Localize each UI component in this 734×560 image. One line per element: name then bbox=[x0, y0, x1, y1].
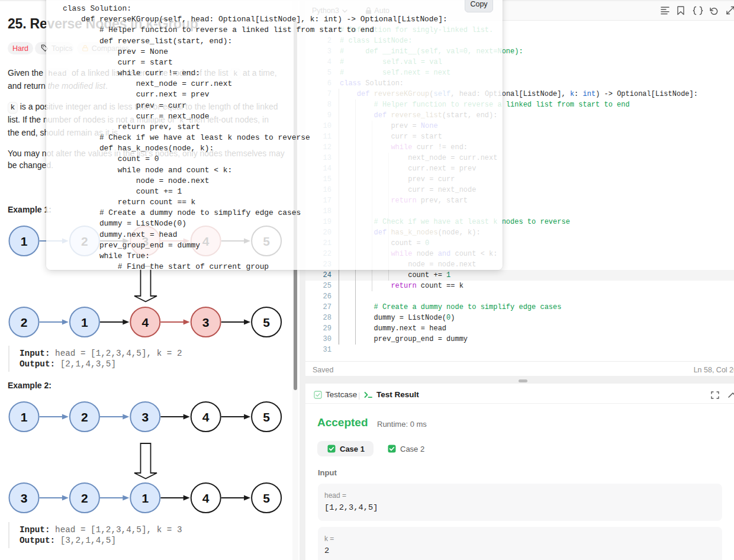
svg-text:2: 2 bbox=[81, 410, 88, 424]
svg-text:3: 3 bbox=[202, 316, 210, 329]
svg-text:1: 1 bbox=[141, 491, 149, 505]
svg-text:1: 1 bbox=[21, 410, 28, 424]
svg-text:3: 3 bbox=[21, 491, 28, 505]
svg-text:5: 5 bbox=[263, 410, 270, 424]
svg-text:1: 1 bbox=[81, 316, 88, 329]
svg-text:4: 4 bbox=[141, 316, 149, 329]
svg-text:2: 2 bbox=[21, 316, 28, 329]
svg-text:2: 2 bbox=[81, 491, 88, 505]
svg-text:1: 1 bbox=[21, 234, 28, 248]
svg-text:5: 5 bbox=[263, 316, 270, 329]
svg-text:3: 3 bbox=[141, 410, 149, 424]
svg-text:4: 4 bbox=[202, 410, 210, 424]
svg-text:5: 5 bbox=[263, 491, 270, 505]
svg-text:4: 4 bbox=[202, 491, 210, 505]
